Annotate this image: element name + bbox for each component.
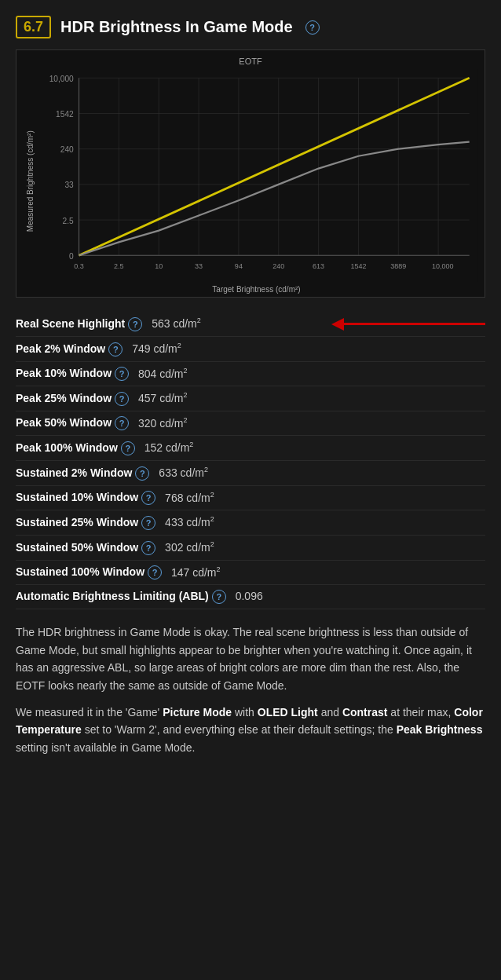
metric-row-peak-2: Peak 2% Window ? 749 cd/m2 <box>16 337 485 362</box>
metric-help-icon-9[interactable]: ? <box>141 541 155 555</box>
svg-text:240: 240 <box>272 262 284 270</box>
metric-row-sustained-2: Sustained 2% Window ? 633 cd/m2 <box>16 461 485 486</box>
svg-text:0: 0 <box>69 252 74 261</box>
metric-value-3: 457 cd/m2 <box>135 391 188 404</box>
metric-help-icon-4[interactable]: ? <box>115 416 129 430</box>
arrow-shaft <box>344 323 485 325</box>
metric-row-sustained-25: Sustained 25% Window ? 433 cd/m2 <box>16 510 485 536</box>
metric-name-1: Peak 2% Window <box>16 342 105 355</box>
metric-help-icon-0[interactable]: ? <box>128 317 142 331</box>
metric-name-10: Sustained 100% Window <box>16 565 144 578</box>
metric-value-0: 563 cd/m2 <box>148 316 201 330</box>
metric-help-icon-8[interactable]: ? <box>141 516 155 530</box>
metric-help-icon-11[interactable]: ? <box>212 590 226 604</box>
svg-text:33: 33 <box>64 181 74 189</box>
metric-name-6: Sustained 2% Window <box>16 466 132 479</box>
red-arrow-annotation <box>331 318 485 331</box>
description-paragraph-1: The HDR brightness in Game Mode is okay.… <box>16 623 485 694</box>
metric-value-11: 0.096 <box>232 590 263 602</box>
svg-text:94: 94 <box>235 262 243 270</box>
metric-value-4: 320 cd/m2 <box>135 416 188 430</box>
metric-name-3: Peak 25% Window <box>16 392 112 404</box>
metric-value-5: 152 cd/m2 <box>141 441 194 454</box>
metric-name-9: Sustained 50% Window <box>16 541 138 554</box>
metric-value-7: 768 cd/m2 <box>162 491 214 504</box>
description-section: The HDR brightness in Game Mode is okay.… <box>16 623 485 756</box>
metric-help-icon-1[interactable]: ? <box>108 342 123 357</box>
metric-help-icon-10[interactable]: ? <box>148 565 162 580</box>
desc-p2-text-5: set to 'Warm 2', and everything else at … <box>82 723 397 736</box>
desc-p2-bold-1: Picture Mode <box>163 706 232 719</box>
svg-text:10,000: 10,000 <box>49 75 74 83</box>
metric-row-sustained-10: Sustained 10% Window ? 768 cd/m2 <box>16 486 485 511</box>
desc-p2-text-2: with <box>232 706 258 719</box>
desc-p2-text-1: We measured it in the 'Game' <box>16 706 163 719</box>
metrics-section: Real Scene Highlight ? 563 cd/m2 Peak 2%… <box>16 312 485 609</box>
metric-help-icon-6[interactable]: ? <box>135 466 149 481</box>
svg-text:0.3: 0.3 <box>74 262 84 270</box>
chart-svg: 10,000 1542 240 33 2.5 0 0.3 2.5 10 33 9… <box>35 69 478 282</box>
metric-name-0: Real Scene Highlight <box>16 317 125 330</box>
metric-help-icon-7[interactable]: ? <box>141 491 155 505</box>
metric-row-abl: Automatic Brightness Limiting (ABL) ? 0.… <box>16 585 485 609</box>
desc-p2-text-6: setting isn't available in Game Mode. <box>16 741 195 754</box>
svg-text:1542: 1542 <box>350 262 366 270</box>
metric-row-peak-10: Peak 10% Window ? 804 cd/m2 <box>16 362 485 387</box>
svg-text:33: 33 <box>195 262 203 270</box>
desc-p2-bold-5: Peak Brightness <box>397 723 483 736</box>
svg-text:10,000: 10,000 <box>432 262 454 270</box>
metric-value-1: 749 cd/m2 <box>129 342 181 355</box>
metric-value-10: 147 cd/m2 <box>168 565 221 579</box>
metric-help-icon-3[interactable]: ? <box>115 392 129 406</box>
metric-name-5: Peak 100% Window <box>16 441 118 454</box>
arrow-head <box>331 318 344 331</box>
metric-value-8: 433 cd/m2 <box>162 515 214 528</box>
title-help-icon[interactable]: ? <box>305 20 320 35</box>
y-axis-label: Measured Brightness (cd/m²) <box>23 69 35 294</box>
metric-help-icon-5[interactable]: ? <box>121 441 135 455</box>
description-paragraph-2: We measured it in the 'Game' Picture Mod… <box>16 704 485 756</box>
svg-text:1542: 1542 <box>56 110 74 119</box>
metric-row-sustained-100: Sustained 100% Window ? 147 cd/m2 <box>16 561 485 586</box>
metric-help-icon-2[interactable]: ? <box>115 367 129 381</box>
svg-text:10: 10 <box>155 262 163 270</box>
desc-p2-bold-2: OLED Light <box>258 706 318 719</box>
metric-row-sustained-50: Sustained 50% Window ? 302 cd/m2 <box>16 536 485 561</box>
metric-name-7: Sustained 10% Window <box>16 491 138 503</box>
eotf-chart: EOTF Measured Brightness (cd/m²) <box>16 49 485 298</box>
chart-title: EOTF <box>23 57 478 66</box>
metric-name-4: Peak 50% Window <box>16 416 112 429</box>
x-axis-label: Target Brightness (cd/m²) <box>35 285 478 294</box>
section-header: 6.7 HDR Brightness In Game Mode ? <box>16 16 485 38</box>
desc-p2-bold-3: Contrast <box>342 706 388 719</box>
metric-row-peak-25: Peak 25% Window ? 457 cd/m2 <box>16 386 485 411</box>
score-badge: 6.7 <box>16 16 51 38</box>
desc-p2-text-4: at their max, <box>387 706 454 719</box>
metric-row-peak-100: Peak 100% Window ? 152 cd/m2 <box>16 436 485 461</box>
metric-value-2: 804 cd/m2 <box>135 367 188 380</box>
svg-text:2.5: 2.5 <box>114 262 124 270</box>
svg-text:240: 240 <box>60 145 74 154</box>
metric-name-11: Automatic Brightness Limiting (ABL) <box>16 590 209 602</box>
svg-text:613: 613 <box>313 262 324 270</box>
metric-row-peak-50: Peak 50% Window ? 320 cd/m2 <box>16 411 485 437</box>
metric-name-2: Peak 10% Window <box>16 367 112 379</box>
section-title: HDR Brightness In Game Mode <box>60 18 293 36</box>
svg-text:2.5: 2.5 <box>63 217 74 225</box>
metric-row-real-scene-highlight: Real Scene Highlight ? 563 cd/m2 <box>16 312 485 337</box>
desc-p2-text-3: and <box>318 706 342 719</box>
metric-name-8: Sustained 25% Window <box>16 516 138 528</box>
metric-value-9: 302 cd/m2 <box>162 540 214 554</box>
svg-text:3889: 3889 <box>390 262 406 270</box>
metric-value-6: 633 cd/m2 <box>155 466 208 479</box>
